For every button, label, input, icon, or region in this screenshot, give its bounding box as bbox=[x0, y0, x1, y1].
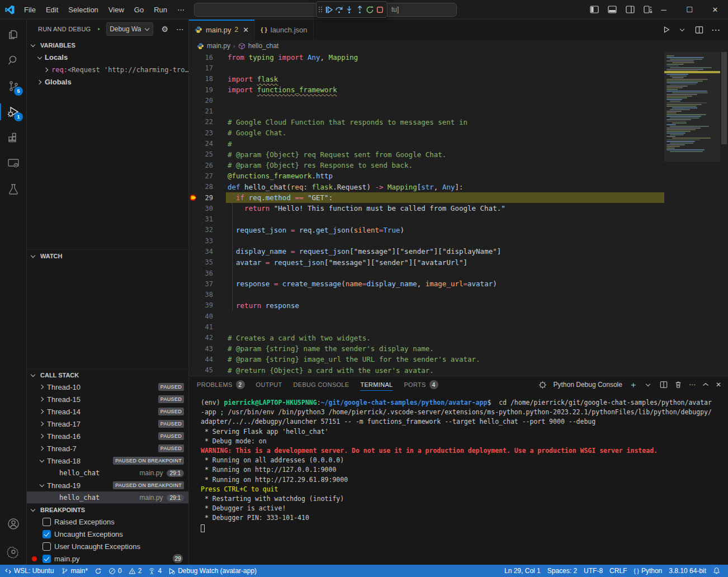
status-right-item[interactable]: CRLF bbox=[606, 567, 630, 575]
toggle-secondary-sidebar-icon[interactable] bbox=[626, 5, 635, 14]
code-line[interactable]: 17 bbox=[189, 63, 664, 73]
callstack-frame[interactable]: hello_chatmain.py29:1 bbox=[27, 467, 188, 479]
breakpoint-gutter[interactable] bbox=[189, 257, 199, 268]
remote-explorer-icon[interactable] bbox=[0, 150, 26, 176]
callstack-thread[interactable]: Thread-15PAUSED bbox=[27, 393, 188, 405]
code-line[interactable]: 16from typing import Any, Mapping bbox=[189, 52, 664, 63]
code-line[interactable]: 24# bbox=[189, 138, 664, 149]
code-line[interactable]: 20 bbox=[189, 95, 664, 106]
editor[interactable]: 16from typing import Any, Mapping1718imp… bbox=[189, 52, 728, 376]
breadcrumb-symbol[interactable]: hello_chat bbox=[248, 42, 279, 50]
code-line[interactable]: 22# Google Cloud Function that responds … bbox=[189, 117, 664, 127]
callstack-thread[interactable]: Thread-7PAUSED bbox=[27, 442, 188, 455]
kill-terminal-icon[interactable] bbox=[674, 381, 682, 389]
extensions-icon[interactable] bbox=[0, 125, 26, 150]
breakpoint-gutter[interactable] bbox=[189, 321, 199, 332]
code-line[interactable]: 30 return "Hello! This function must be … bbox=[189, 203, 664, 214]
minimap[interactable] bbox=[664, 52, 720, 376]
menu-edit[interactable]: Edit bbox=[41, 1, 63, 19]
source-control-icon[interactable]: 5 bbox=[0, 73, 26, 99]
panel-tab-problems[interactable]: PROBLEMS2 bbox=[197, 376, 245, 393]
menu-selection[interactable]: Selection bbox=[63, 1, 103, 19]
close-panel-icon[interactable]: ✕ bbox=[716, 381, 721, 389]
breakpoint-gutter[interactable] bbox=[189, 290, 199, 300]
breakpoint-item[interactable]: main.py29 bbox=[27, 552, 188, 565]
code-line[interactable]: 28def hello_chat(req: flask.Request) -> … bbox=[189, 182, 664, 192]
locals-group[interactable]: Locals bbox=[27, 51, 188, 64]
callstack-frame[interactable]: hello_chatmain.py29:1 bbox=[27, 491, 188, 504]
tab-launch.json[interactable]: { }launch.json bbox=[255, 20, 313, 40]
step-over-button[interactable] bbox=[334, 3, 343, 16]
code-line[interactable]: 38 bbox=[189, 290, 664, 300]
variables-section-header[interactable]: VARIABLES bbox=[27, 39, 188, 51]
breakpoint-checkbox[interactable] bbox=[42, 530, 51, 538]
code-line[interactable]: 31 bbox=[189, 214, 664, 224]
scrollbar-thumb[interactable] bbox=[721, 52, 727, 144]
menu-view[interactable]: View bbox=[103, 1, 129, 19]
maximize-panel-icon[interactable] bbox=[702, 381, 709, 388]
start-debug-icon[interactable] bbox=[97, 25, 101, 33]
breakpoint-gutter[interactable] bbox=[189, 203, 199, 214]
code-line[interactable]: 19import functions_framework bbox=[189, 84, 664, 95]
panel-tab-ports[interactable]: PORTS4 bbox=[404, 376, 438, 393]
watch-section-header[interactable]: WATCH bbox=[27, 249, 188, 262]
breakpoint-gutter[interactable] bbox=[189, 74, 199, 84]
terminal[interactable]: (env) pierrick@LAPTOP-HKU5PNNG:~/git/goo… bbox=[189, 393, 728, 565]
code-line[interactable]: 40 bbox=[189, 311, 664, 321]
call-stack-section-header[interactable]: CALL STACK bbox=[27, 368, 188, 381]
code-line[interactable]: 43# @param {string} name the sender's di… bbox=[189, 343, 664, 354]
panel-tab-debug-console[interactable]: DEBUG CONSOLE bbox=[294, 376, 349, 393]
code-line[interactable]: 41 bbox=[189, 321, 664, 332]
status-right-item[interactable]: 3.8.10 64-bit bbox=[665, 567, 710, 575]
new-terminal-icon[interactable]: ＋ bbox=[629, 380, 637, 390]
breakpoint-gutter[interactable] bbox=[189, 192, 199, 203]
debug-config-dropdown[interactable]: Debug Wa bbox=[106, 22, 153, 36]
toggle-sidebar-icon[interactable] bbox=[590, 5, 599, 14]
code-line[interactable]: 23# Google Chat. bbox=[189, 127, 664, 138]
breakpoint-gutter[interactable] bbox=[189, 52, 199, 63]
code-line[interactable]: 32 request_json = req.get_json(silent=Tr… bbox=[189, 225, 664, 235]
status-error[interactable]: 0 bbox=[105, 565, 125, 577]
callstack-thread[interactable]: Thread-10PAUSED bbox=[27, 381, 188, 393]
breakpoint-gutter[interactable] bbox=[189, 160, 199, 171]
sidebar-more-actions-icon[interactable]: ⋯ bbox=[176, 25, 184, 34]
drag-handle-icon[interactable] bbox=[319, 7, 322, 12]
breakpoint-gutter[interactable] bbox=[189, 354, 199, 365]
status-warning[interactable]: 2 bbox=[125, 565, 145, 577]
callstack-thread[interactable]: Thread-18PAUSED ON BREAKPOINT bbox=[27, 455, 188, 467]
step-out-button[interactable] bbox=[355, 3, 364, 16]
debug-settings-gear-icon[interactable]: ⚙ bbox=[161, 25, 168, 34]
status-sync[interactable] bbox=[91, 565, 105, 577]
callstack-thread[interactable]: Thread-17PAUSED bbox=[27, 418, 188, 430]
breakpoint-gutter[interactable] bbox=[189, 117, 199, 127]
breakpoint-gutter[interactable] bbox=[189, 63, 199, 73]
breakpoint-gutter[interactable] bbox=[189, 343, 199, 354]
breakpoint-gutter[interactable] bbox=[189, 95, 199, 106]
code-line[interactable]: 33 bbox=[189, 235, 664, 246]
breakpoint-item[interactable]: Raised Exceptions bbox=[27, 515, 188, 528]
settings-gear-icon[interactable] bbox=[0, 539, 26, 565]
tab-main.py[interactable]: main.py2✕ bbox=[189, 20, 255, 40]
notifications-bell-icon[interactable] bbox=[710, 567, 724, 574]
breakpoint-gutter[interactable] bbox=[189, 365, 199, 376]
maximize-button[interactable]: ☐ bbox=[677, 0, 702, 19]
minimize-button[interactable]: ─ bbox=[651, 0, 677, 19]
status-branch[interactable]: main* bbox=[58, 565, 91, 577]
menu-⋯[interactable]: ⋯ bbox=[172, 1, 190, 19]
breakpoint-gutter[interactable] bbox=[189, 311, 199, 321]
split-terminal-icon[interactable] bbox=[660, 381, 668, 389]
status-right-item[interactable]: UTF-8 bbox=[580, 567, 606, 575]
breakpoint-gutter[interactable] bbox=[189, 268, 199, 278]
status-remote[interactable]: WSL: Ubuntu bbox=[0, 565, 58, 577]
panel-tab-terminal[interactable]: TERMINAL bbox=[360, 376, 393, 393]
close-icon[interactable]: ✕ bbox=[243, 26, 249, 34]
status-debug[interactable]: Debug Watch (avatar-app) bbox=[165, 565, 260, 577]
status-right-item[interactable]: { }Python bbox=[630, 567, 665, 575]
callstack-thread[interactable]: Thread-19PAUSED ON BREAKPOINT bbox=[27, 479, 188, 491]
breakpoint-gutter[interactable] bbox=[189, 333, 199, 343]
stop-button[interactable] bbox=[376, 3, 385, 16]
account-icon[interactable] bbox=[0, 511, 26, 537]
restart-button[interactable] bbox=[365, 3, 374, 16]
run-dropdown-chevron-icon[interactable] bbox=[678, 25, 687, 34]
code-line[interactable]: 21 bbox=[189, 106, 664, 116]
